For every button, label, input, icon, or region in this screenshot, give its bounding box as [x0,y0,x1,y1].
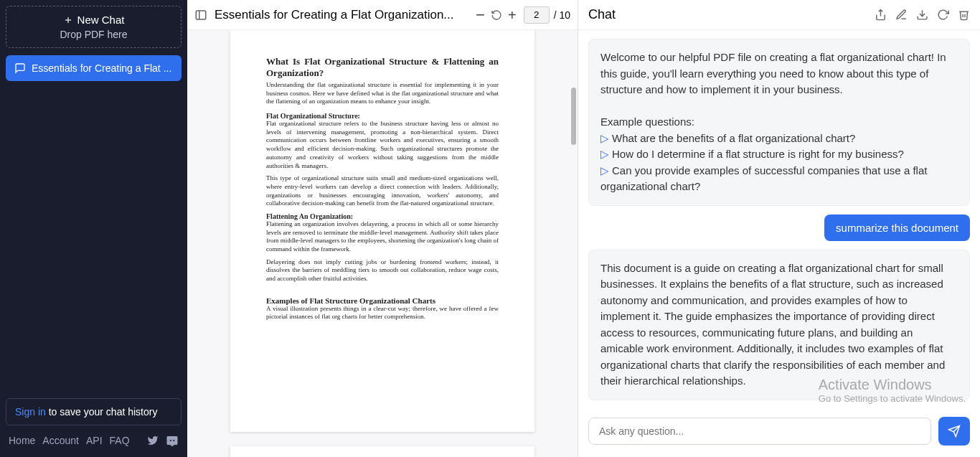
assistant-message-welcome: Welcome to our helpful PDF file on creat… [588,39,970,206]
trash-icon[interactable] [958,9,970,21]
share-icon[interactable] [875,9,887,21]
doc-section-1-p1: Flat organizational structure refers to … [266,120,499,170]
footer-home[interactable]: Home [9,435,35,446]
document-scroll-area[interactable]: What Is Flat Organizational Structure & … [187,30,578,457]
document-toolbar: Essentials for Creating a Flat Organizat… [187,0,578,30]
signin-box[interactable]: Sign in to save your chat history [6,398,182,425]
sidebar-toggle-icon[interactable] [194,9,207,22]
footer-faq[interactable]: FAQ [110,435,130,446]
chat-panel: Chat Welcome to our helpful PDF file on … [578,0,980,457]
user-message: summarize this document [824,215,970,241]
sidebar-item-active-chat[interactable]: Essentials for Creating a Flat ... [6,55,182,81]
doc-examples-p: A visual illustration presents things in… [266,305,499,321]
zoom-out-icon[interactable]: − [476,7,485,23]
document-page: What Is Flat Organizational Structure & … [230,30,534,432]
drop-pdf-label: Drop PDF here [6,29,181,40]
new-chat-button[interactable]: New Chat Drop PDF here [6,6,182,48]
svg-point-2 [170,440,171,441]
edit-icon[interactable] [895,9,908,21]
new-chat-label: New Chat [77,14,125,26]
example-question-1[interactable]: What are the benefits of a flat organiza… [612,132,855,144]
example-questions-label: Example questions: [600,114,958,131]
plus-icon [63,15,73,25]
chat-title: Chat [588,7,866,22]
example-question-3[interactable]: Can you provide examples of successful c… [600,164,927,193]
doc-section-2-p1: Flattening an organization involves dela… [266,220,499,254]
footer-account[interactable]: Account [42,435,79,446]
doc-heading: What Is Flat Organizational Structure & … [266,56,499,79]
document-panel: Essentials for Creating a Flat Organizat… [187,0,578,457]
chat-input[interactable] [588,418,931,445]
zoom-in-icon[interactable]: + [508,8,517,22]
active-chat-label: Essentials for Creating a Flat ... [32,62,171,74]
svg-rect-4 [196,11,206,19]
welcome-text: Welcome to our helpful PDF file on creat… [600,50,958,98]
footer-api[interactable]: API [86,435,103,446]
send-outline-icon: ▷ [600,164,609,176]
doc-section-2-head: Flattening An Organization: [266,212,499,220]
doc-section-1-p2: This type of organizational structure su… [266,174,499,208]
discord-icon[interactable] [166,434,179,447]
sidebar: New Chat Drop PDF here Essentials for Cr… [0,0,187,457]
download-icon[interactable] [916,9,928,21]
doc-section-2-p2: Delayering does not imply cutting jobs o… [266,258,499,283]
chat-input-row [578,410,980,457]
chat-header: Chat [578,0,980,30]
footer-links: Home Account API FAQ [6,434,182,451]
chat-body: Welcome to our helpful PDF file on creat… [578,30,980,410]
send-outline-icon: ▷ [600,132,609,144]
send-icon [948,425,961,438]
doc-examples-head: Examples of Flat Structure Organizationa… [266,296,499,305]
svg-point-3 [173,440,174,441]
example-question-2[interactable]: How do I determine if a flat structure i… [612,148,904,160]
page-total: / 10 [554,9,570,21]
document-title: Essentials for Creating a Flat Organizat… [215,8,468,22]
signin-link[interactable]: Sign in [15,406,46,418]
send-outline-icon: ▷ [600,148,609,160]
rotate-icon[interactable] [491,9,502,21]
doc-section-1-head: Flat Organizational Structure: [266,112,499,120]
signin-rest: to save your chat history [46,406,158,418]
doc-intro: Understanding the flat organizational st… [266,81,499,106]
scrollbar-thumb[interactable] [571,88,576,145]
refresh-icon[interactable] [937,9,949,21]
send-button[interactable] [938,417,970,446]
page-number-input[interactable] [524,6,550,24]
assistant-message-summary: This document is a guide on creating a f… [588,250,970,400]
twitter-icon[interactable] [147,435,159,446]
chat-icon [14,62,26,74]
document-page-next [230,446,534,457]
